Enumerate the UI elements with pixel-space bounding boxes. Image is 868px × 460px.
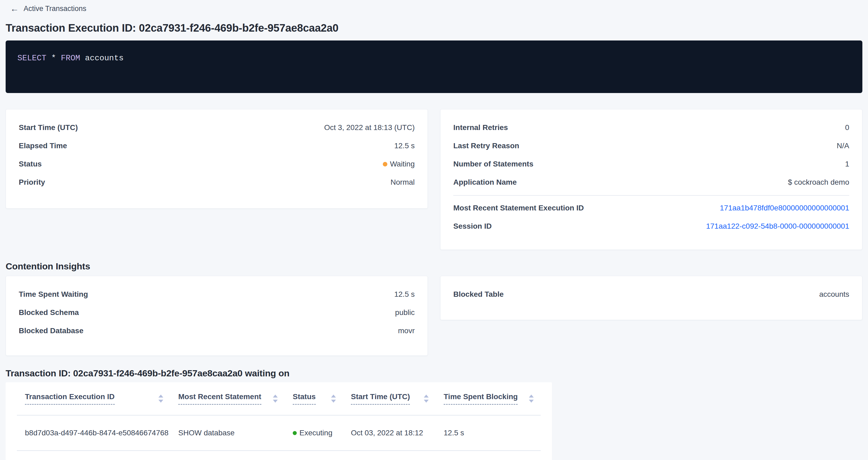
row-value: public <box>395 308 415 317</box>
sort-icon[interactable] <box>273 395 278 403</box>
status-badge: Waiting <box>383 160 415 168</box>
session-id-link[interactable]: 171aa122-c092-54b8-0000-000000000001 <box>706 222 849 231</box>
row-label: Internal Retries <box>453 123 508 132</box>
breadcrumb-label[interactable]: Active Transactions <box>24 5 86 13</box>
summary-row-application-name: Application Name $ cockroach demo <box>453 177 849 188</box>
row-value: 1 <box>845 160 849 168</box>
row-value: 12.5 s <box>394 142 415 150</box>
contention-card-left: Time Spent Waiting 12.5 s Blocked Schema… <box>6 276 428 356</box>
summary-row-priority: Priority Normal <box>19 177 415 188</box>
summary-row-statement-count: Number of Statements 1 <box>453 159 849 170</box>
status-executing-dot-icon <box>293 431 297 435</box>
row-label: Blocked Database <box>19 327 83 335</box>
row-value: N/A <box>837 142 849 150</box>
row-label: Last Retry Reason <box>453 142 519 150</box>
row-label: Status <box>19 160 42 168</box>
column-header-status[interactable]: Status <box>285 393 343 405</box>
summary-row-internal-retries: Internal Retries 0 <box>453 122 849 133</box>
row-value: movr <box>398 327 415 335</box>
row-label: Application Name <box>453 178 517 187</box>
sort-icon[interactable] <box>158 395 163 403</box>
summary-row-status: Status Waiting <box>19 159 415 170</box>
contention-card-right: Blocked Table accounts <box>440 276 862 320</box>
row-value: $ cockroach demo <box>788 178 849 187</box>
cell-status: Executing <box>285 429 343 437</box>
status-waiting-dot-icon <box>383 162 388 166</box>
breadcrumb[interactable]: ← Active Transactions <box>10 4 86 13</box>
sql-keyword: FROM <box>61 54 80 63</box>
waiting-on-heading: Transaction ID: 02ca7931-f246-469b-b2fe-… <box>6 368 862 378</box>
contention-cards-row: Time Spent Waiting 12.5 s Blocked Schema… <box>6 276 862 356</box>
row-label: Elapsed Time <box>19 142 67 150</box>
page-title: Transaction Execution ID: 02ca7931-f246-… <box>6 22 862 34</box>
sort-icon[interactable] <box>331 395 336 403</box>
cell-transaction-execution-id: b8d7d03a-d497-446b-8474-e50846674768 <box>17 429 170 437</box>
column-header-label[interactable]: Time Spent Blocking <box>444 393 518 405</box>
column-header-time-spent-blocking[interactable]: Time Spent Blocking <box>436 393 541 405</box>
contention-insights-heading: Contention Insights <box>6 261 862 272</box>
row-label: Most Recent Statement Execution ID <box>453 204 584 212</box>
summary-cards-row: Start Time (UTC) Oct 3, 2022 at 18:13 (U… <box>6 109 862 250</box>
summary-row-last-retry-reason: Last Retry Reason N/A <box>453 141 849 151</box>
sql-star: * <box>51 54 56 63</box>
status-text: Waiting <box>390 160 415 168</box>
row-value: 0 <box>845 123 849 132</box>
summary-card-right: Internal Retries 0 Last Retry Reason N/A… <box>440 109 862 250</box>
row-value: accounts <box>819 290 849 299</box>
row-value: Oct 3, 2022 at 18:13 (UTC) <box>324 123 415 132</box>
column-header-label[interactable]: Start Time (UTC) <box>351 393 410 405</box>
table-header-row: Transaction Execution ID Most Recent Sta… <box>17 382 541 416</box>
row-label: Session ID <box>453 222 492 231</box>
column-header-most-recent-statement[interactable]: Most Recent Statement <box>170 393 285 405</box>
contention-row-blocked-table: Blocked Table accounts <box>453 289 849 300</box>
row-label: Time Spent Waiting <box>19 290 88 299</box>
row-label: Blocked Schema <box>19 308 79 317</box>
column-header-label[interactable]: Transaction Execution ID <box>25 393 115 405</box>
row-label: Priority <box>19 178 45 187</box>
sql-statement-box: SELECT * FROM accounts <box>6 40 862 93</box>
status-text: Executing <box>300 429 332 437</box>
column-header-transaction-execution-id[interactable]: Transaction Execution ID <box>17 393 170 405</box>
card-divider <box>453 195 849 196</box>
contention-row-blocked-schema: Blocked Schema public <box>19 307 415 318</box>
cell-start-time: Oct 03, 2022 at 18:12 <box>343 429 436 437</box>
contention-row-time-spent-waiting: Time Spent Waiting 12.5 s <box>19 289 415 300</box>
column-header-label[interactable]: Status <box>293 393 316 405</box>
column-header-start-time[interactable]: Start Time (UTC) <box>343 393 436 405</box>
table-row: b8d7d03a-d497-446b-8474-e50846674768 SHO… <box>17 416 541 451</box>
row-value: Normal <box>391 178 415 187</box>
sql-keyword: SELECT <box>18 54 46 63</box>
summary-row-session-id: Session ID 171aa122-c092-54b8-0000-00000… <box>453 221 849 232</box>
summary-row-start-time: Start Time (UTC) Oct 3, 2022 at 18:13 (U… <box>19 122 415 133</box>
summary-row-statement-execution-id: Most Recent Statement Execution ID 171aa… <box>453 203 849 213</box>
row-value: 12.5 s <box>394 290 415 299</box>
back-arrow-icon[interactable]: ← <box>10 4 19 13</box>
sql-table-name: accounts <box>85 54 124 63</box>
cell-most-recent-statement: SHOW database <box>170 429 285 437</box>
row-label: Blocked Table <box>453 290 504 299</box>
waiting-on-table: Transaction Execution ID Most Recent Sta… <box>6 382 552 460</box>
contention-row-blocked-database: Blocked Database movr <box>19 326 415 336</box>
sort-icon[interactable] <box>529 395 534 403</box>
row-label: Number of Statements <box>453 160 533 168</box>
row-label: Start Time (UTC) <box>19 123 78 132</box>
statement-execution-id-link[interactable]: 171aa1b478fdf0e80000000000000001 <box>720 204 849 212</box>
summary-card-left: Start Time (UTC) Oct 3, 2022 at 18:13 (U… <box>6 109 428 209</box>
cell-time-spent-blocking: 12.5 s <box>436 429 541 437</box>
transaction-details-page: ← Active Transactions Transaction Execut… <box>0 0 868 460</box>
column-header-label[interactable]: Most Recent Statement <box>178 393 261 405</box>
sort-icon[interactable] <box>424 395 429 403</box>
summary-row-elapsed-time: Elapsed Time 12.5 s <box>19 141 415 151</box>
